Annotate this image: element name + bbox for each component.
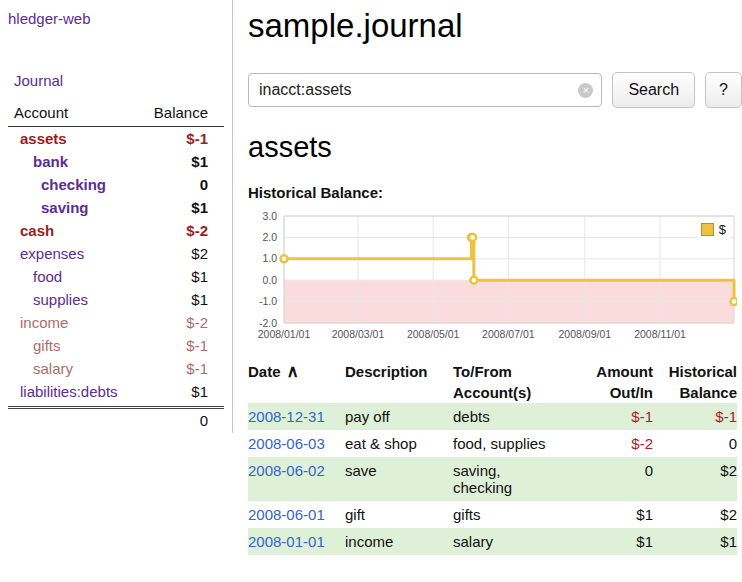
accounts-table-header: Account Balance — [8, 104, 224, 127]
svg-text:2008/03/01: 2008/03/01 — [332, 328, 385, 340]
account-link[interactable]: supplies — [8, 291, 88, 308]
register-header-description: Description — [345, 361, 453, 403]
account-balance: $-2 — [186, 314, 208, 331]
sort-ascending-icon: ∧ — [287, 362, 299, 381]
register-row[interactable]: 2008-12-31pay offdebts$-1$-1 — [248, 403, 737, 430]
account-link[interactable]: food — [8, 268, 62, 285]
register-row[interactable]: 2008-01-01incomesalary$1$1 — [248, 528, 737, 555]
svg-text:2008/05/01: 2008/05/01 — [407, 328, 460, 340]
chart-title: Historical Balance: — [248, 184, 742, 201]
account-row: salary$-1 — [8, 357, 224, 380]
svg-text:2008/07/01: 2008/07/01 — [482, 328, 535, 340]
account-link[interactable]: assets — [8, 130, 67, 147]
account-link[interactable]: bank — [8, 153, 68, 170]
register-date-link[interactable]: 2008-06-02 — [248, 457, 345, 501]
accounts-header-account: Account — [14, 104, 68, 121]
register-row[interactable]: 2008-06-01giftgifts$1$2 — [248, 501, 737, 528]
register-amount: $1 — [581, 528, 653, 555]
register-account: food, supplies — [453, 430, 581, 457]
svg-text:1.0: 1.0 — [262, 252, 277, 264]
account-link[interactable]: saving — [8, 199, 89, 216]
svg-text:2008/01/01: 2008/01/01 — [258, 328, 311, 340]
accounts-total-value: 0 — [200, 412, 208, 429]
register-description: eat & shop — [345, 430, 453, 457]
register-row[interactable]: 2008-06-02savesaving, checking0$2 — [248, 457, 737, 501]
svg-text:2008/09/01: 2008/09/01 — [559, 328, 612, 340]
svg-text:-2.0: -2.0 — [259, 317, 277, 329]
account-link[interactable]: gifts — [8, 337, 61, 354]
register-balance: $1 — [653, 528, 737, 555]
register-account: gifts — [453, 501, 581, 528]
accounts-total-row: 0 — [8, 406, 224, 430]
account-row: cash$-2 — [8, 219, 224, 242]
register-amount: 0 — [581, 457, 653, 501]
account-link[interactable]: income — [8, 314, 68, 331]
main-content: sample.journal × Search ? assets Histori… — [248, 0, 742, 555]
account-balance: $-1 — [186, 130, 208, 147]
account-link[interactable]: cash — [8, 222, 54, 239]
register-balance: $-1 — [653, 403, 737, 430]
account-balance: $-1 — [186, 337, 208, 354]
legend-label: $ — [719, 222, 726, 237]
register-balance: 0 — [653, 430, 737, 457]
register-account: debts — [453, 403, 581, 430]
account-row: assets$-1 — [8, 127, 224, 150]
register-amount: $-1 — [581, 403, 653, 430]
register-header-account: To/From Account(s) — [453, 361, 581, 403]
register-account: saving, checking — [453, 457, 581, 501]
register-balance: $2 — [653, 501, 737, 528]
register-amount: $1 — [581, 501, 653, 528]
account-row: liabilities:debts$1 — [8, 380, 224, 403]
balance-chart-svg: 3.02.01.00.0-1.0-2.02008/01/012008/03/01… — [248, 209, 737, 341]
register-body: 2008-12-31pay offdebts$-1$-12008-06-03ea… — [248, 403, 737, 555]
page-title: sample.journal — [248, 6, 742, 46]
svg-text:3.0: 3.0 — [262, 210, 277, 222]
register-balance: $2 — [653, 457, 737, 501]
register-date-link[interactable]: 2008-12-31 — [248, 403, 345, 430]
register-date-link[interactable]: 2008-06-01 — [248, 501, 345, 528]
account-balance: $1 — [191, 268, 208, 285]
legend-swatch — [701, 223, 714, 236]
account-balance: $1 — [191, 383, 208, 400]
search-form: × Search ? — [248, 72, 742, 108]
account-row: bank$1 — [8, 150, 224, 173]
account-row: supplies$1 — [8, 288, 224, 311]
account-balance: $2 — [191, 245, 208, 262]
search-button[interactable]: Search — [612, 72, 695, 108]
app-title-link[interactable]: hledger-web — [8, 10, 91, 27]
account-balance: $-1 — [186, 360, 208, 377]
accounts-header-balance: Balance — [154, 104, 208, 121]
register-description: income — [345, 528, 453, 555]
account-link[interactable]: expenses — [8, 245, 84, 262]
register-header-amount: Amount Out/In — [581, 361, 653, 403]
sidebar-item-journal[interactable]: Journal — [14, 72, 224, 89]
help-button[interactable]: ? — [705, 72, 742, 108]
account-row: checking0 — [8, 173, 224, 196]
register-row[interactable]: 2008-06-03eat & shopfood, supplies$-20 — [248, 430, 737, 457]
balance-chart: 3.02.01.00.0-1.0-2.02008/01/012008/03/01… — [248, 209, 737, 345]
account-row: income$-2 — [8, 311, 224, 334]
date-header-label: Date — [248, 363, 281, 380]
sidebar-accounts-body: assets$-1bank$1checking0saving$1cash$-2e… — [8, 127, 224, 403]
svg-text:2008/11/01: 2008/11/01 — [634, 328, 686, 340]
account-balance: $1 — [191, 291, 208, 308]
account-link[interactable]: checking — [8, 176, 106, 193]
account-row: expenses$2 — [8, 242, 224, 265]
register-description: save — [345, 457, 453, 501]
register-date-link[interactable]: 2008-01-01 — [248, 528, 345, 555]
search-box: × — [248, 73, 602, 107]
account-link[interactable]: salary — [8, 360, 73, 377]
svg-text:2.0: 2.0 — [262, 231, 277, 243]
register-header-date[interactable]: Date∧ — [248, 361, 345, 403]
account-balance: 0 — [200, 176, 208, 193]
account-link[interactable]: liabilities:debts — [8, 383, 118, 400]
account-row: saving$1 — [8, 196, 224, 219]
register-date-link[interactable]: 2008-06-03 — [248, 430, 345, 457]
search-input[interactable] — [248, 73, 602, 107]
svg-text:0.0: 0.0 — [262, 274, 277, 286]
register-account: salary — [453, 528, 581, 555]
chart-legend: $ — [697, 220, 730, 239]
register-header-balance: Historical Balance — [653, 361, 737, 403]
register-amount: $-2 — [581, 430, 653, 457]
account-row: food$1 — [8, 265, 224, 288]
